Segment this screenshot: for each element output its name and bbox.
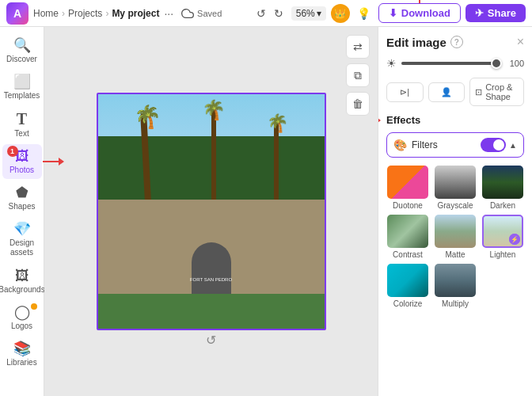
filters-icon: 🎨 [393, 139, 407, 151]
swap-tool-button[interactable]: ⇄ [346, 35, 370, 59]
breadcrumb-sep1: › [62, 8, 65, 19]
sidebar-label-templates: Templates [4, 91, 40, 100]
close-button[interactable]: × [517, 35, 524, 49]
filter-grayscale[interactable]: Grayscale [434, 166, 477, 210]
sidebar-item-discover[interactable]: 🔍 Discover [2, 33, 42, 68]
filter-label-duotone: Duotone [393, 201, 423, 210]
filters-right: ▲ [481, 138, 517, 152]
filter-thumb-matte [435, 215, 476, 248]
flip-button[interactable]: ⊳| [386, 82, 424, 102]
design-assets-icon: 💎 [13, 222, 31, 236]
bg-remove-icon: 👤 [441, 87, 452, 97]
gate-arch [192, 242, 231, 294]
sidebar-label-logos: Logos [11, 322, 32, 330]
tree2-trunk [211, 109, 216, 214]
sidebar-item-libraries[interactable]: 📚 Libraries [2, 337, 42, 371]
effects-title: Effects [386, 114, 420, 126]
crown-badge: 👑 [331, 4, 350, 23]
topbar: A Home › Projects › My project ··· Saved… [0, 0, 532, 27]
filter-duotone[interactable]: Duotone [386, 166, 429, 210]
sidebar-item-photos[interactable]: 1 🖼 Photos [2, 144, 42, 179]
filter-label-contrast: Contrast [393, 250, 423, 259]
filter-multiply[interactable]: Multiply [434, 264, 477, 308]
undo-button[interactable]: ↺ [253, 6, 269, 21]
breadcrumb-home[interactable]: Home [33, 8, 59, 19]
toggle-thumb [493, 139, 504, 150]
sidebar-item-shapes[interactable]: ⬟ Shapes [2, 181, 42, 215]
filter-matte[interactable]: Matte [434, 215, 477, 259]
crop-shape-button[interactable]: ⊡ Crop & Shape [469, 78, 524, 106]
sidebar-label-shapes: Shapes [9, 202, 36, 211]
saved-label: Saved [197, 9, 222, 18]
backgrounds-icon: 🖼 [15, 268, 29, 283]
canvas-tools: ⇄ ⧉ 🗑 [346, 35, 370, 116]
filter-label-matte: Matte [445, 250, 465, 259]
canvas-area[interactable]: ⇄ ⧉ 🗑 🌴 🌴 🌴 [44, 27, 378, 396]
brightness-icon: ☀ [386, 57, 397, 70]
brightness-row: ☀ 100 [386, 57, 524, 70]
sidebar-item-templates[interactable]: ⬜ Templates [2, 70, 42, 105]
sidebar-item-text[interactable]: T Text [2, 106, 42, 143]
right-panel: Edit image ? × ☀ 100 ⊳| 👤 ⊡ Crop & [378, 27, 532, 396]
annotation-1-badge: 1 [7, 146, 18, 157]
zoom-chevron-icon: ▾ [317, 8, 321, 19]
share-icon: ✈ [475, 7, 484, 19]
adjust-row: ⊳| 👤 ⊡ Crop & Shape [386, 78, 524, 106]
app-logo: A [6, 2, 28, 25]
sidebar-item-design-assets[interactable]: 💎 Design assets [2, 217, 42, 262]
panel-title-text: Edit image [386, 36, 446, 49]
reset-button[interactable]: ↺ [206, 333, 216, 348]
tree1-top: 🌴 [134, 104, 162, 130]
magic-button[interactable]: 💡 [355, 4, 374, 23]
panel-header: Edit image ? × [386, 35, 524, 49]
filter-thumb-darken [482, 166, 523, 199]
filter-label-lighten: Lighten [490, 250, 516, 259]
share-label: Share [488, 7, 516, 19]
filter-label-colorize: Colorize [393, 299, 423, 308]
discover-icon: 🔍 [13, 38, 31, 52]
delete-tool-button[interactable]: 🗑 [346, 92, 370, 116]
zoom-level: 56% [296, 8, 315, 19]
filters-toggle[interactable] [481, 138, 506, 152]
panel-title: Edit image ? [386, 36, 463, 49]
cloud-save-indicator: Saved [181, 7, 222, 20]
share-button[interactable]: ✈ Share [466, 4, 526, 22]
bg-remove-button[interactable]: 👤 [428, 82, 466, 102]
bulb-icon: 💡 [357, 7, 370, 20]
crop-label: Crop & Shape [485, 82, 519, 101]
effects-annotation-arrow [378, 116, 381, 124]
filter-darken[interactable]: Darken [481, 166, 524, 210]
zoom-control[interactable]: 56% ▾ [291, 6, 326, 21]
copy-tool-button[interactable]: ⧉ [346, 63, 370, 87]
crop-icon: ⊡ [475, 87, 482, 97]
filter-label-multiply: Multiply [442, 299, 469, 308]
help-button[interactable]: ? [450, 36, 463, 48]
filter-contrast[interactable]: Contrast [386, 215, 429, 259]
filter-label-darken: Darken [490, 201, 515, 210]
brightness-slider[interactable] [401, 62, 502, 65]
shapes-icon: ⬟ [16, 185, 28, 200]
sidebar-item-logos[interactable]: ◯ Logos [2, 300, 42, 335]
logos-icon: ◯ [14, 305, 30, 319]
redo-button[interactable]: ↻ [271, 6, 287, 21]
more-button[interactable]: ··· [164, 7, 173, 20]
sidebar-item-backgrounds[interactable]: 🖼 Backgrounds [2, 264, 42, 299]
filter-thumb-grayscale [435, 166, 476, 199]
breadcrumb: Home › Projects › My project [33, 8, 159, 19]
slider-fill [401, 62, 494, 65]
filter-grid: Duotone Grayscale Darken Contrast Matte … [386, 166, 524, 308]
filter-thumb-duotone [387, 166, 428, 199]
slider-thumb[interactable] [491, 58, 502, 69]
sidebar-label-text: Text [14, 129, 28, 138]
chevron-up-icon[interactable]: ▲ [509, 141, 517, 150]
filter-colorize[interactable]: Colorize [386, 264, 429, 308]
filter-lighten[interactable]: ⚡ Lighten [481, 215, 524, 259]
filter-thumb-colorize [387, 264, 428, 297]
sidebar-label-discover: Discover [6, 55, 37, 63]
fort-image: 🌴 🌴 🌴 FORT SAN PEDRO [98, 94, 325, 329]
canvas-image-wrapper: 🌴 🌴 🌴 FORT SAN PEDRO ↺ [97, 93, 326, 330]
crown-icon: 👑 [334, 8, 346, 19]
breadcrumb-projects[interactable]: Projects [68, 8, 102, 19]
download-button[interactable]: ⬇ Download [378, 3, 461, 23]
canvas-image[interactable]: 🌴 🌴 🌴 FORT SAN PEDRO [97, 93, 326, 330]
